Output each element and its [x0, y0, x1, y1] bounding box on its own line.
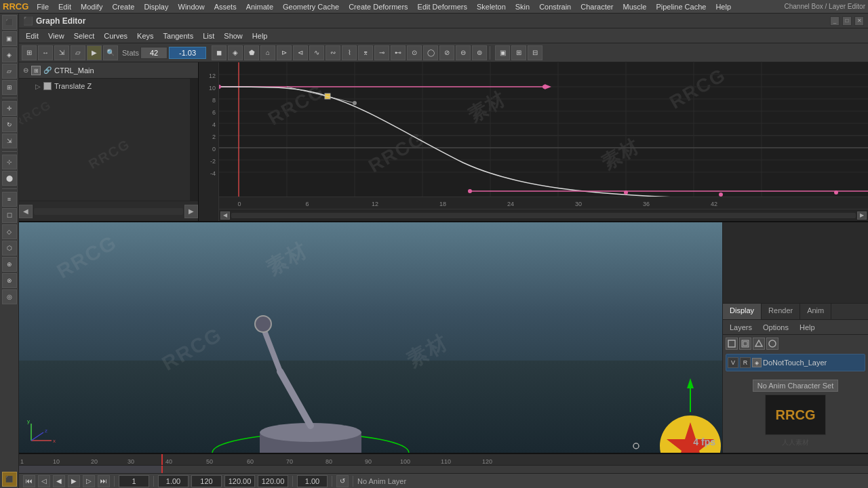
- ge-tool-key1[interactable]: ◼: [212, 45, 226, 60]
- toolbar-btn-d[interactable]: ⬡: [2, 241, 17, 256]
- start-frame-input[interactable]: [158, 475, 189, 487]
- ge-tool-key4[interactable]: ⌂: [260, 45, 275, 60]
- timeline-track[interactable]: [19, 465, 868, 474]
- range-end-input[interactable]: [258, 475, 288, 487]
- toolbar-btn-a[interactable]: ≡: [2, 192, 17, 207]
- ge-menu-help[interactable]: Help: [248, 30, 272, 41]
- anim-end-input[interactable]: [224, 475, 255, 487]
- step-forward-button[interactable]: ▷: [83, 475, 95, 487]
- ge-tool-tangent6[interactable]: ⊷: [391, 45, 406, 60]
- menu-skin[interactable]: Skin: [511, 1, 534, 12]
- menu-assets[interactable]: Assets: [210, 1, 241, 12]
- graph-hscroll[interactable]: ◀ ▶: [219, 209, 868, 221]
- ge-tool-key5[interactable]: ⊳: [277, 45, 292, 60]
- scroll-right-button[interactable]: ▶: [184, 205, 198, 218]
- stats-value-input[interactable]: [169, 47, 206, 59]
- graph-canvas[interactable]: RRCG 素材 RRCG 素材 RRCG 12 10 8 6 4 2 0 -2: [199, 62, 868, 221]
- layer-icon-2[interactable]: [739, 338, 751, 350]
- menu-edit-deformers[interactable]: Edit Deformers: [414, 1, 471, 12]
- ge-tool-break[interactable]: ⊘: [439, 45, 454, 60]
- menu-character[interactable]: Character: [576, 1, 617, 12]
- ge-tool-grid[interactable]: ⊞: [511, 45, 526, 60]
- menu-constrain[interactable]: Constrain: [535, 1, 575, 12]
- ge-tool-select[interactable]: ⊞: [22, 45, 37, 60]
- toolbar-btn-g[interactable]: ◎: [2, 289, 17, 304]
- ge-tool-tangent5[interactable]: ⊸: [374, 45, 389, 60]
- rp-menu-help[interactable]: Help: [795, 322, 819, 333]
- layer-visibility-v[interactable]: V: [728, 357, 738, 368]
- menu-file[interactable]: File: [33, 1, 53, 12]
- maximize-button[interactable]: □: [842, 16, 852, 26]
- ge-menu-show[interactable]: Show: [220, 30, 247, 41]
- toolbar-btn-paint[interactable]: ⬤: [2, 171, 17, 186]
- menu-geometry-cache[interactable]: Geometry Cache: [279, 1, 343, 12]
- rp-menu-layers[interactable]: Layers: [726, 322, 756, 333]
- viewport[interactable]: RRCG 素材 RRCG 素材: [19, 222, 722, 453]
- layer-icon-4[interactable]: [766, 338, 778, 350]
- menu-muscle[interactable]: Muscle: [619, 1, 651, 12]
- ge-menu-edit[interactable]: Edit: [22, 30, 43, 41]
- ge-tool-columns[interactable]: ⊟: [528, 45, 542, 60]
- layer-visibility-r[interactable]: R: [740, 357, 751, 368]
- tab-display[interactable]: Display: [723, 304, 762, 319]
- graph-scroll-right[interactable]: ▶: [857, 211, 867, 220]
- menu-pipeline-cache[interactable]: Pipeline Cache: [652, 1, 710, 12]
- toolbar-btn-5[interactable]: ⊞: [2, 80, 17, 95]
- close-button[interactable]: ✕: [854, 16, 864, 26]
- end-frame-input[interactable]: [191, 475, 222, 487]
- toolbar-btn-1[interactable]: ⬛: [2, 15, 17, 30]
- toolbar-btn-move[interactable]: ✛: [2, 101, 17, 116]
- ge-menu-tangents[interactable]: Tangents: [159, 30, 198, 41]
- toolbar-btn-e[interactable]: ⊕: [2, 257, 17, 272]
- menu-window[interactable]: Window: [174, 1, 209, 12]
- ge-tool-key3[interactable]: ⬟: [244, 45, 259, 60]
- menu-create[interactable]: Create: [108, 1, 138, 12]
- menu-display[interactable]: Display: [140, 1, 172, 12]
- ge-menu-keys[interactable]: Keys: [133, 30, 157, 41]
- curve-list-vertical-scrollbar[interactable]: [190, 79, 198, 201]
- scroll-left-button[interactable]: ◀: [19, 205, 33, 218]
- loop-button[interactable]: ↺: [336, 475, 349, 487]
- ge-tool-buffer[interactable]: ⊙: [407, 45, 422, 60]
- toolbar-btn-snap[interactable]: ⊹: [2, 155, 17, 169]
- menu-create-deformers[interactable]: Create Deformers: [344, 1, 412, 12]
- ge-tool-weight[interactable]: ⊚: [472, 45, 487, 60]
- go-to-start-button[interactable]: ⏮: [23, 475, 35, 487]
- ge-tool-normalize[interactable]: ▣: [495, 45, 510, 60]
- toolbar-btn-4[interactable]: ▱: [2, 64, 17, 79]
- menu-modify[interactable]: Modify: [77, 1, 106, 12]
- toolbar-btn-scale[interactable]: ⇲: [2, 134, 17, 148]
- menu-skeleton[interactable]: Skeleton: [473, 1, 510, 12]
- ge-tool-translate[interactable]: ↔: [38, 45, 53, 60]
- ge-tool-mute[interactable]: ◯: [423, 45, 438, 60]
- tab-anim[interactable]: Anim: [800, 304, 831, 319]
- ge-tool-tangent3[interactable]: ⌇: [342, 45, 357, 60]
- ge-tool-unify[interactable]: ⊖: [456, 45, 471, 60]
- ge-tool-scale[interactable]: ⇲: [54, 45, 69, 60]
- ge-tool-cursor[interactable]: ▶: [87, 45, 102, 60]
- toolbar-btn-2[interactable]: ▣: [2, 31, 17, 46]
- layer-icon-3[interactable]: [753, 338, 765, 350]
- ge-tool-key6[interactable]: ⊲: [293, 45, 308, 60]
- ge-tool-tangent4[interactable]: ⌆: [358, 45, 373, 60]
- menu-help[interactable]: Help: [711, 1, 735, 12]
- toolbar-btn-c[interactable]: ◇: [2, 224, 17, 239]
- ge-menu-view[interactable]: View: [44, 30, 68, 41]
- translate-z-item[interactable]: ▷ Translate Z: [19, 79, 198, 94]
- ge-tool-tangent1[interactable]: ∿: [309, 45, 324, 60]
- play-forward-button[interactable]: ▶: [68, 475, 80, 487]
- ge-tool-key2[interactable]: ◈: [228, 45, 243, 60]
- menu-animate[interactable]: Animate: [242, 1, 277, 12]
- playback-speed-input[interactable]: [297, 475, 328, 487]
- step-back-button[interactable]: ◁: [38, 475, 50, 487]
- rp-menu-options[interactable]: Options: [759, 322, 793, 333]
- stats-frame-input[interactable]: [140, 47, 167, 59]
- layer-icon-1[interactable]: [726, 338, 738, 350]
- toolbar-btn-3[interactable]: ◈: [2, 47, 17, 62]
- toolbar-btn-b[interactable]: ☐: [2, 208, 17, 223]
- go-to-end-button[interactable]: ⏭: [98, 475, 110, 487]
- menu-edit[interactable]: Edit: [54, 1, 75, 12]
- toolbar-btn-bottom[interactable]: ⬛: [2, 472, 17, 487]
- ge-tool-zoom[interactable]: 🔍: [103, 45, 118, 60]
- play-back-button[interactable]: ◀: [53, 475, 65, 487]
